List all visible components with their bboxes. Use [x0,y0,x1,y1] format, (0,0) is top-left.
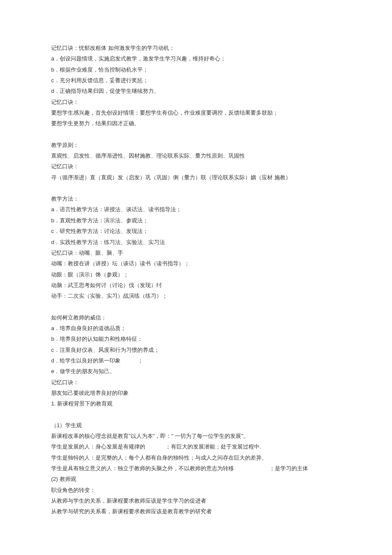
text-line: 学生是独特的人：是完整的人；每个人都有自身的独特性；与成人之间存在巨大的差异。 [51,452,341,463]
text-line: 教学原则： [51,140,341,150]
text-line: a．培养自身良好的道德品质； [51,323,341,334]
text-line: (2) 教师观 [51,474,341,484]
text-line: b．培养良好的认知能力和性格特征； [51,334,341,344]
text-line: d．正确指导结果归因，促使学生继续努力。 [51,86,341,96]
text-line: 记忆口诀：忧郁改粗体 如何激发学生的学习动机： [51,43,341,53]
text-line: 学生是具有独立意义的人：独立于教师的头脑之外，不以教师的意志为转移 ；是学习的主… [51,463,341,474]
text-line: 从教师与学生的关系，新课程要求教师应该是学生学习的促进者 [51,495,341,506]
text-line: a．语言性教学方法：讲授法、谈话法、读书指导法； [51,204,341,215]
text-line: 朋友知己要彼此培养良好的印象 [51,388,341,398]
text-line: 动眼：眼（演示）馋（参观）； [51,269,341,280]
text-line: 要想学生感兴趣，首先创设好情境；要想学生有信心，作业难度要调控，反馈结果要多鼓励… [51,107,341,118]
blank-line [51,409,341,420]
text-line: e．做学生的朋友与知己。 [51,366,341,377]
text-line: c．研究性教学方法：讨论法、发现法； [51,226,341,236]
text-line: 记忆口诀： [51,97,341,107]
text-line: c．注重良好仪表、风度和行为习惯的养成； [51,345,341,355]
text-line: d．给学生以良好的第一印象 ； [51,355,341,366]
text-line: 记忆口诀：动嘴、眼、脑、手 [51,247,341,258]
text-line: c．充分利用反馈信息，妥善进行奖惩； [51,75,341,86]
text-line: 寻（循序渐进）直（直观）发（启发）巩（巩固）俐（量力）联（理论联系实际）姻（应材… [51,172,341,183]
text-line: 新课程改革的核心理念就是教育"以人为本"，即：" 一切为了每一位学生的发展"。 [51,431,341,441]
blank-line [51,183,341,193]
blank-line [51,302,341,312]
blank-line [51,129,341,140]
text-line: 记忆口诀： [51,161,341,172]
text-line: 1. 新课程背景下的教育观 [51,398,341,409]
text-line: 职业角色的转变： [51,485,341,495]
text-line: 记忆口诀： [51,377,341,388]
text-line: a．创设问题情境，实施启发式教学，激发学生学习兴趣，维持好奇心； [51,53,341,64]
text-line: b．根据作业难度，恰当控制动机水平； [51,64,341,75]
text-line: 动嘴：教授在讲（讲授）坛（谈话）读书（读书指导）； [51,258,341,269]
text-line: 从教学与研究的关系看，新课程要求教师应该是教育教学的研究者 [51,506,341,517]
text-line: 动脑：武王思考如何讨（讨论）伐（发现）纣 [51,280,341,290]
text-line: 学生是发展的人：身心发展是有规律的 ；有巨大的发展潜能；处于发展过程中. [51,441,341,452]
text-line: 教学方法： [51,193,341,204]
text-line: 动手：二次实（实验、实习）战演练（练习）； [51,290,341,301]
text-line: 要想学生更努力，结果归因才正确。 [51,118,341,129]
text-line: d．实践性教学方法：练习法、实验法、实习法 [51,237,341,247]
text-line: 如何树立教师的威信： [51,312,341,323]
text-line: （1）学生观 [51,420,341,431]
text-line: b．直观性教学方法：演示法、参观法； [51,215,341,226]
text-line: 直观性、启发性、循序渐进性、因材施教、理论联系实际、量力性原则、巩固性 [51,150,341,161]
document-page: 记忆口诀：忧郁改粗体 如何激发学生的学习动机： a．创设问题情境，实施启发式教学… [0,0,392,555]
